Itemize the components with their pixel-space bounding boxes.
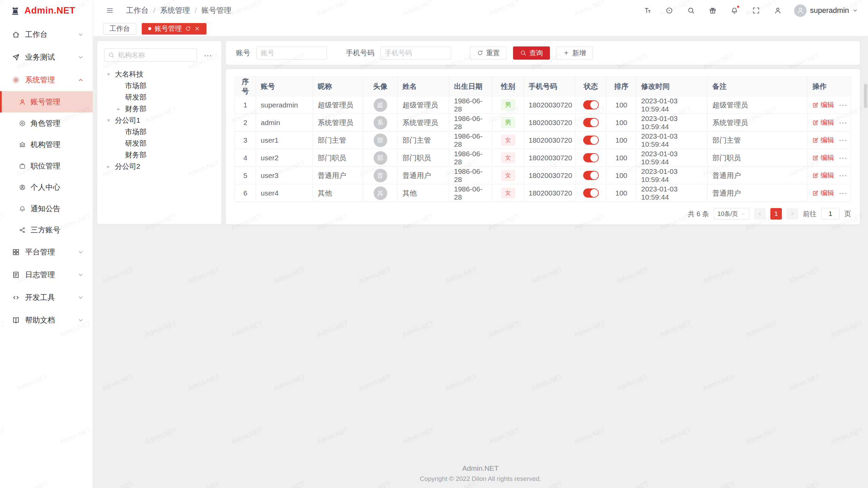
cell-modified: 2023-01-03 10:59:44 <box>636 149 708 167</box>
account-filter-input[interactable] <box>256 46 327 60</box>
sidebar-item-position-management[interactable]: 职位管理 <box>0 155 93 177</box>
avatar: 部 <box>374 151 387 165</box>
tree-node[interactable]: ▸ 财务部 <box>104 103 215 115</box>
caret-down-icon[interactable]: ▾ <box>104 71 113 78</box>
tab-workbench[interactable]: 工作台 <box>103 23 136 35</box>
status-toggle[interactable] <box>583 153 599 162</box>
row-more-button[interactable]: ··· <box>839 136 847 145</box>
hamburger-menu-icon[interactable] <box>103 4 117 17</box>
prev-page-button[interactable] <box>754 208 766 220</box>
font-size-icon[interactable] <box>641 4 654 17</box>
edit-button[interactable]: 编辑 <box>812 171 834 180</box>
grid-icon <box>12 248 20 256</box>
caret-right-icon[interactable]: ▸ <box>114 105 123 113</box>
caret-right-icon[interactable]: ▸ <box>104 163 113 170</box>
gift-icon[interactable] <box>706 4 719 17</box>
sidebar-item-label: 日志管理 <box>25 270 55 280</box>
sidebar-item-third-party-account[interactable]: 三方账号 <box>0 219 93 241</box>
edit-button[interactable]: 编辑 <box>812 188 834 198</box>
add-button[interactable]: 新增 <box>556 46 593 60</box>
sidebar-item-personal-center[interactable]: 个人中心 <box>0 177 93 198</box>
tree-node[interactable]: ▸ 分公司2 <box>104 161 215 172</box>
page-number-current[interactable]: 1 <box>770 208 782 220</box>
close-icon[interactable] <box>194 26 200 32</box>
page-size-select[interactable]: 10条/页 <box>714 208 749 220</box>
search-icon[interactable] <box>684 4 698 17</box>
sidebar-item-label: 平台管理 <box>25 247 55 257</box>
tree-node[interactable]: ▾ 分公司1 <box>104 115 215 126</box>
edit-button[interactable]: 编辑 <box>812 100 834 109</box>
tree-node[interactable]: ▾ 大名科技 <box>104 68 215 80</box>
sidebar-item-dev-tools[interactable]: 开发工具 <box>0 286 93 309</box>
edit-icon <box>812 137 818 143</box>
edit-button[interactable]: 编辑 <box>812 153 834 162</box>
scrollbar-thumb[interactable] <box>864 84 867 108</box>
sidebar-item-org-management[interactable]: 机构管理 <box>0 134 93 155</box>
gender-badge: 女 <box>501 152 515 163</box>
sidebar-item-system-management[interactable]: 系统管理 <box>0 68 93 91</box>
tab-label: 账号管理 <box>155 24 182 33</box>
status-toggle[interactable] <box>583 100 599 109</box>
org-search-input[interactable] <box>104 48 197 62</box>
fullscreen-icon[interactable] <box>749 4 763 17</box>
cell-modified: 2023-01-03 10:59:44 <box>636 184 708 202</box>
table-row: 6 user4 其他 其 其他 1986-06-28 女 18020030720 <box>235 184 851 202</box>
cell-name: 部门职员 <box>398 149 449 167</box>
profile-icon[interactable] <box>771 4 785 17</box>
reset-button[interactable]: 重置 <box>470 46 507 60</box>
tree-node[interactable]: 财务部 <box>104 149 215 161</box>
tree-node[interactable]: 市场部 <box>104 80 215 92</box>
sidebar-item-workbench[interactable]: 工作台 <box>0 23 93 46</box>
refresh-icon[interactable] <box>185 26 191 32</box>
row-more-button[interactable]: ··· <box>839 101 847 109</box>
gender-badge: 女 <box>501 188 515 198</box>
row-more-button[interactable]: ··· <box>839 118 847 127</box>
status-toggle[interactable] <box>583 118 599 127</box>
query-button[interactable]: 查询 <box>513 46 550 60</box>
row-more-button[interactable]: ··· <box>839 171 847 180</box>
tree-more-button[interactable]: ··· <box>201 48 215 62</box>
search-icon <box>108 52 115 58</box>
chevron-down-icon <box>78 54 84 60</box>
status-toggle[interactable] <box>583 136 599 145</box>
row-more-button[interactable]: ··· <box>839 154 847 162</box>
sidebar-item-business-test[interactable]: 业务测试 <box>0 46 93 68</box>
sidebar-item-role-management[interactable]: 角色管理 <box>0 113 93 134</box>
cell-phone: 18020030720 <box>524 96 575 114</box>
sidebar: Admin.NET 工作台 业务测试 系统管理 账号管理 <box>0 0 93 488</box>
sidebar-item-log-management[interactable]: 日志管理 <box>0 263 93 286</box>
cell-index: 5 <box>235 167 256 184</box>
status-toggle[interactable] <box>583 188 599 198</box>
sidebar-item-account-management[interactable]: 账号管理 <box>0 91 93 113</box>
tab-account-management[interactable]: 账号管理 <box>142 23 206 35</box>
sidebar-item-platform-management[interactable]: 平台管理 <box>0 241 93 263</box>
breadcrumb-item[interactable]: 工作台 <box>126 5 149 16</box>
theme-circle-icon[interactable] <box>663 4 676 17</box>
cell-index: 3 <box>235 131 256 149</box>
chevron-left-icon <box>757 211 763 217</box>
tree-toolbar: ··· <box>104 48 215 62</box>
tree-node[interactable]: 研发部 <box>104 138 215 149</box>
sidebar-item-help-docs[interactable]: 帮助文档 <box>0 309 93 331</box>
caret-down-icon[interactable]: ▾ <box>104 117 113 124</box>
tree-node[interactable]: 市场部 <box>104 126 215 138</box>
edit-button[interactable]: 编辑 <box>812 118 834 127</box>
phone-filter-input[interactable] <box>380 46 451 60</box>
column-header: 头像 <box>363 77 398 96</box>
tree-node-label: 分公司1 <box>115 116 140 125</box>
breadcrumb-item[interactable]: 系统管理 <box>160 5 190 16</box>
sidebar-item-notice[interactable]: 通知公告 <box>0 198 93 219</box>
cell-status <box>575 184 607 202</box>
row-more-button[interactable]: ··· <box>839 189 847 198</box>
user-dropdown[interactable]: superadmin <box>794 4 858 17</box>
logo[interactable]: Admin.NET <box>0 0 93 21</box>
search-icon <box>520 50 526 56</box>
sidebar-item-label: 帮助文档 <box>25 315 55 325</box>
status-toggle[interactable] <box>583 171 599 180</box>
edit-button[interactable]: 编辑 <box>812 136 834 145</box>
cell-remark: 部门职员 <box>708 149 808 167</box>
notification-bell-icon[interactable] <box>728 4 741 17</box>
goto-page-input[interactable] <box>821 208 840 220</box>
tree-node[interactable]: 研发部 <box>104 92 215 103</box>
next-page-button[interactable] <box>787 208 798 220</box>
